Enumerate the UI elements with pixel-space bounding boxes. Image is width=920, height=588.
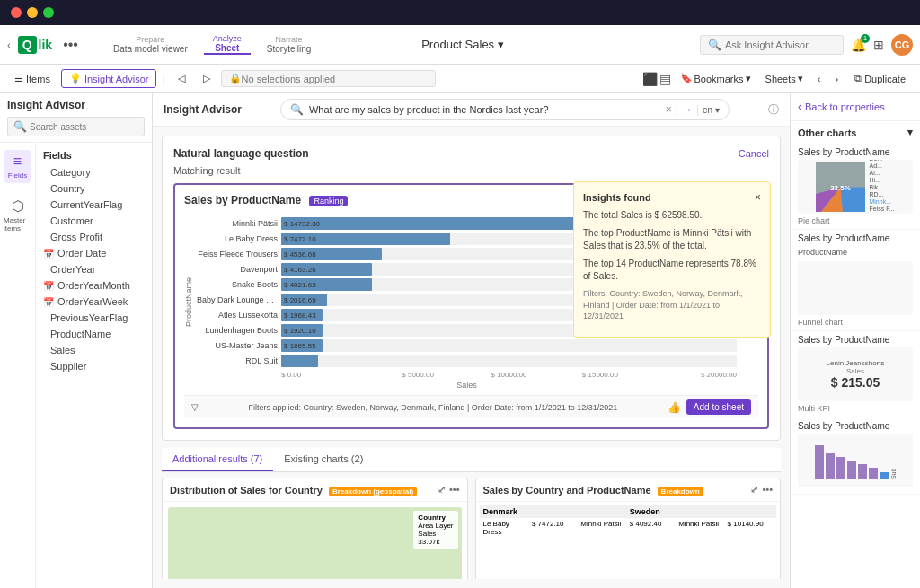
nav-left-button[interactable]: ◁ [171, 70, 192, 87]
insight-search-bar[interactable]: 🔍 × | → | en ▾ [280, 99, 730, 120]
info-icon[interactable]: ⓘ [768, 102, 779, 118]
maximize-dot[interactable] [43, 7, 54, 18]
avatar[interactable]: CG [891, 34, 913, 56]
back-button[interactable]: ‹ [7, 39, 11, 50]
nav-right-button[interactable]: ▷ [196, 70, 217, 87]
thumbsup-icon[interactable]: 👍 [668, 401, 681, 414]
selections-bar[interactable]: 🔒 No selections applied [221, 70, 436, 87]
nav-next-button[interactable]: › [829, 72, 844, 86]
dropdown-icon[interactable]: ▾ [498, 38, 504, 51]
other-charts-title: Other charts ▾ [791, 121, 920, 144]
more-options-icon[interactable]: ••• [63, 37, 78, 53]
search-assets-box[interactable]: 🔍 [7, 117, 145, 136]
rs-chart-bar-last[interactable]: Sales by ProductName Suit [791, 417, 920, 495]
kpi-sales-label: Sales [827, 367, 885, 375]
language-selector[interactable]: en ▾ [703, 105, 720, 115]
arrow-button[interactable]: → [682, 103, 693, 116]
map-legend-value: 33.07k [418, 538, 453, 546]
insight-text-0: The total Sales is $ 62598.50. [583, 209, 761, 222]
insight-query-input[interactable] [309, 104, 660, 115]
field-item-customer[interactable]: Customer [36, 213, 152, 229]
search-assets-input[interactable] [30, 122, 111, 132]
field-label-orderyearmonth: OrderYearMonth [58, 280, 130, 291]
sheets-button[interactable]: Sheets ▾ [760, 71, 809, 86]
bar-track-9 [281, 355, 737, 367]
field-item-previousyearflag[interactable]: PreviousYearFlag [36, 310, 152, 326]
table-row-0: Le Baby Dress $ 7472.10 Minnki Pätsii $ … [480, 518, 777, 538]
field-item-country[interactable]: Country [36, 180, 152, 197]
sidebar-master-items-icon[interactable]: ⬡ Master items [0, 194, 35, 236]
field-item-grossprofit[interactable]: Gross Profit [36, 229, 152, 245]
back-to-properties-btn[interactable]: ‹ Back to properties [791, 93, 920, 121]
field-item-orderyearmonth[interactable]: 📅 OrderYearMonth [36, 277, 152, 294]
back-arrow-icon: ‹ [798, 101, 801, 113]
chart-title: Sales by ProductName [184, 194, 301, 206]
notification-icon[interactable]: 🔔 1 [851, 38, 866, 52]
clear-search-icon[interactable]: × [666, 103, 672, 116]
table-cell-0-4: Minnki Pätsii [678, 520, 723, 536]
existing-charts-tab[interactable]: Existing charts (2) [273, 448, 374, 471]
field-item-sales[interactable]: Sales [36, 342, 152, 358]
rs-chart-funnel[interactable]: Sales by ProductName ProductName Funnel … [791, 230, 920, 331]
title-bar [0, 0, 920, 25]
insights-close-icon[interactable]: × [755, 191, 761, 204]
chart-icon2[interactable]: ▤ [659, 72, 671, 86]
apps-grid-icon[interactable]: ⊞ [873, 38, 884, 52]
bar-fill-3: $ 4163.26 [281, 263, 372, 276]
rs-chart-pie-preview: 23.5% De... Ad... Al... Hi... Bik... RD.… [798, 160, 913, 214]
other-charts-chevron[interactable]: ▾ [907, 127, 913, 138]
duplicate-button[interactable]: ⧉ Duplicate [847, 70, 913, 87]
table-more-icon[interactable]: ••• [762, 484, 773, 496]
nav-prev-button[interactable]: ‹ [812, 72, 827, 86]
field-item-currentyearflag[interactable]: CurrentYearFlag [36, 197, 152, 213]
sheets-chevron: ▾ [798, 73, 803, 84]
rs-chart-pie[interactable]: Sales by ProductName 23.5% De... Ad... A… [791, 144, 920, 230]
pie-legend-le: Le ... [869, 213, 894, 215]
nav-section-analyze[interactable]: Analyze Sheet [204, 34, 251, 55]
rs-chart-kpi[interactable]: Sales by ProductName Lenin Jeansshorts S… [791, 331, 920, 417]
additional-results-tab[interactable]: Additional results (7) [162, 448, 273, 471]
map-expand-icon[interactable]: ⤢ [438, 484, 446, 496]
items-label: Items [26, 74, 50, 84]
field-item-supplier[interactable]: Supplier [36, 358, 152, 374]
ask-insight-search[interactable]: 🔍 [700, 35, 844, 55]
rs-bar-5 [869, 468, 878, 479]
cancel-button[interactable]: Cancel [739, 148, 769, 159]
field-item-orderdate[interactable]: 📅 Order Date [36, 245, 152, 261]
nav-section-prepare[interactable]: Prepare Data model viewer [104, 35, 197, 54]
pie-legend-item-1: Ad... [869, 162, 894, 169]
chart-card-table-title: Sales by Country and ProductName [483, 485, 651, 496]
map-more-icon[interactable]: ••• [449, 484, 460, 496]
items-button[interactable]: ☰ Items [7, 70, 58, 87]
nav-section-narrate[interactable]: Narrate Storytelling [258, 35, 320, 54]
field-item-productname[interactable]: ProductName [36, 326, 152, 342]
notification-badge: 1 [861, 34, 870, 43]
field-item-orderyear[interactable]: OrderYear [36, 261, 152, 277]
qlik-lik: lik [39, 38, 53, 52]
master-items-icon-label: Master items [4, 216, 31, 233]
chart-icon1[interactable]: ⬛ [642, 72, 658, 86]
insight-search-input[interactable] [725, 39, 833, 50]
close-dot[interactable] [11, 7, 22, 18]
field-item-category[interactable]: Category [36, 164, 152, 180]
x-tick-2: $ 10000.00 [464, 371, 554, 379]
pie-legend-item-2: Al... [869, 170, 894, 176]
pie-legend-minnk: Minnk... [869, 198, 894, 205]
charts-grid: Distribution of Sales for Country Breakd… [162, 478, 781, 579]
breakdown-badge: Breakdown [658, 487, 703, 496]
bar-label-0: Minnki Pätsii [197, 219, 278, 228]
chart-card-table: Sales by Country and ProductName Breakdo… [475, 478, 782, 579]
sidebar-fields-icon[interactable]: ≡ Fields [4, 150, 31, 183]
field-item-orderyearweek[interactable]: 📅 OrderYearWeek [36, 294, 152, 310]
insight-advisor-button[interactable]: 💡 Insight Advisor [61, 69, 157, 88]
x-axis-ticks: $ 0.00 $ 5000.00 $ 10000.00 $ 15000.00 $… [281, 371, 737, 379]
sheet-label: Sheet [215, 43, 239, 53]
table-expand-icon[interactable]: ⤢ [750, 484, 758, 496]
add-to-sheet-button[interactable]: Add to sheet [686, 399, 751, 415]
field-label-orderyearweek: OrderYearWeek [58, 296, 128, 307]
minimize-dot[interactable] [27, 7, 38, 18]
svg-text:23.5%: 23.5% [831, 184, 852, 192]
bookmarks-button[interactable]: 🔖 Bookmarks ▾ [675, 71, 756, 86]
calendar-icon-orderyearweek: 📅 [43, 297, 54, 307]
additional-tabs: Additional results (7) Existing charts (… [162, 448, 781, 472]
